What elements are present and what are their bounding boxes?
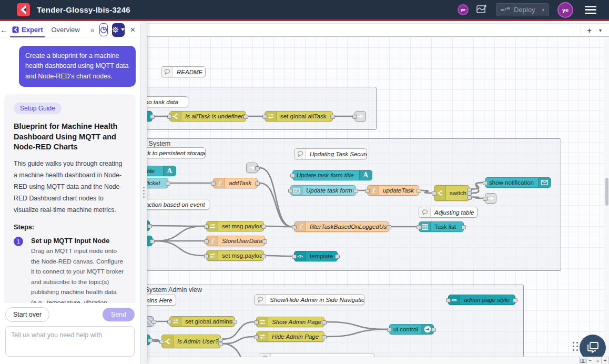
input-port[interactable] bbox=[290, 174, 295, 178]
output-port[interactable] bbox=[150, 239, 155, 244]
node-pageStyle[interactable]: </>admin page style bbox=[448, 295, 515, 305]
node-chooseAction[interactable]: Choose action based on event bbox=[147, 199, 209, 210]
node-linkOut2[interactable] bbox=[485, 193, 496, 204]
node-taskList[interactable]: Task list bbox=[419, 221, 464, 232]
input-port[interactable] bbox=[167, 320, 172, 324]
input-port[interactable] bbox=[446, 298, 451, 302]
node-redirect[interactable]: Redirect is non-admin trying direct acce… bbox=[259, 353, 374, 357]
output-port[interactable] bbox=[255, 181, 260, 186]
input-port[interactable] bbox=[254, 335, 259, 339]
ai-assistant-icon[interactable] bbox=[476, 3, 488, 17]
node-setPayloadA[interactable]: set msg.payload bbox=[206, 221, 264, 231]
node-showNotif[interactable]: show notification bbox=[485, 177, 551, 188]
assistant-conversation[interactable]: Create a blueprint for a machine health … bbox=[0, 37, 140, 303]
node-linkIn1[interactable] bbox=[246, 163, 258, 173]
node-setAllTask[interactable]: set global.allTask bbox=[265, 111, 333, 122]
output-port[interactable] bbox=[322, 320, 327, 325]
tab-expert[interactable]: Expert bbox=[8, 23, 47, 37]
node-showHide[interactable]: Show/Hide Admin in Side Navigation bbox=[254, 294, 364, 305]
node-isAdmin[interactable]: Is Admin User? bbox=[161, 335, 221, 348]
zoom-reset-button[interactable]: ○ bbox=[594, 357, 602, 364]
output-port[interactable] bbox=[335, 255, 340, 259]
main-menu-icon[interactable] bbox=[585, 6, 596, 14]
user-avatar[interactable]: ye bbox=[557, 2, 573, 18]
output-port[interactable] bbox=[461, 225, 466, 229]
node-template1[interactable]: </>template bbox=[294, 251, 338, 261]
team-avatar[interactable]: ye bbox=[458, 4, 469, 15]
output-port[interactable] bbox=[148, 338, 153, 342]
output-port[interactable] bbox=[150, 115, 155, 119]
output-port[interactable] bbox=[262, 239, 267, 244]
send-button[interactable]: Send bbox=[103, 308, 135, 321]
node-readme[interactable]: README bbox=[161, 66, 206, 77]
node-admins[interactable]: Add Your Admins Here bbox=[147, 295, 176, 306]
canvas-vertical-scrollbar[interactable] bbox=[604, 37, 609, 357]
input-port[interactable] bbox=[288, 189, 293, 193]
node-addTicket[interactable]: Add ticket bbox=[147, 178, 168, 188]
node-demoData[interactable]: Demo task data bbox=[147, 96, 188, 107]
node-updateTask[interactable]: fupdateTask bbox=[367, 185, 419, 196]
back-arrow-icon[interactable]: ← bbox=[0, 25, 8, 34]
settings-button[interactable] bbox=[112, 23, 125, 37]
output-port[interactable] bbox=[467, 191, 472, 196]
output-port[interactable] bbox=[431, 328, 436, 332]
output-port[interactable] bbox=[218, 338, 223, 342]
output-port[interactable] bbox=[243, 115, 248, 119]
deploy-caret-icon[interactable]: ▾ bbox=[542, 7, 544, 13]
node-showAdmin[interactable]: Show Admin Page bbox=[256, 317, 324, 327]
output-port[interactable] bbox=[261, 254, 266, 258]
output-port[interactable] bbox=[353, 189, 358, 193]
output-port[interactable] bbox=[513, 298, 517, 302]
node-setPayloadB[interactable]: set msg.payload bbox=[206, 250, 264, 261]
usage-pie-button[interactable] bbox=[99, 23, 108, 36]
output-port[interactable] bbox=[151, 320, 156, 324]
input-port[interactable] bbox=[432, 191, 437, 196]
node-sliver2[interactable] bbox=[147, 236, 153, 246]
input-port[interactable] bbox=[352, 115, 357, 119]
node-formTitle2[interactable]: Update task form titleA bbox=[292, 170, 372, 180]
zoom-out-button[interactable]: − bbox=[587, 357, 594, 364]
node-isAllTask[interactable]: Is allTask is undefined bbox=[169, 111, 246, 122]
input-port[interactable] bbox=[292, 255, 297, 259]
input-port[interactable] bbox=[167, 115, 172, 119]
flow-list-caret-icon[interactable]: ▾ bbox=[598, 27, 609, 33]
input-port[interactable] bbox=[292, 225, 297, 229]
close-icon[interactable]: × bbox=[125, 25, 140, 35]
node-hiddenNode[interactable] bbox=[147, 220, 150, 231]
output-port[interactable] bbox=[417, 189, 421, 193]
output-port[interactable] bbox=[166, 181, 170, 186]
input-port[interactable] bbox=[387, 328, 392, 332]
output-port[interactable] bbox=[218, 342, 223, 346]
output-port[interactable] bbox=[387, 225, 391, 229]
input-port[interactable] bbox=[204, 225, 209, 229]
g-demo-task[interactable] bbox=[147, 87, 377, 130]
output-port[interactable] bbox=[261, 225, 266, 229]
zoom-in-button[interactable]: + bbox=[602, 357, 609, 364]
add-flow-button[interactable]: + bbox=[580, 26, 598, 35]
start-over-button[interactable]: Start over bbox=[5, 307, 49, 322]
input-port[interactable] bbox=[204, 254, 209, 258]
sidebar-resize-handle[interactable] bbox=[140, 23, 147, 364]
input-port[interactable] bbox=[417, 225, 421, 229]
node-updForm[interactable]: Update task form bbox=[290, 185, 356, 196]
node-hideAdmin[interactable]: Hide Admin Page bbox=[256, 331, 324, 342]
flow-workspace[interactable]: Task Management SystemTask Management Sy… bbox=[147, 37, 609, 357]
deploy-button[interactable]: Deploy ▾ bbox=[496, 3, 549, 16]
node-switch2[interactable]: switch bbox=[434, 185, 470, 201]
input-port[interactable] bbox=[483, 181, 488, 185]
tab-overview[interactable]: Overview bbox=[47, 23, 84, 37]
node-hatched[interactable] bbox=[147, 316, 154, 327]
node-uiControl[interactable]: ui control bbox=[389, 324, 434, 335]
node-adjTable[interactable]: Adjusting table bbox=[419, 207, 478, 218]
output-port[interactable] bbox=[467, 196, 472, 200]
node-saveTask[interactable]: Save task to persistent storage bbox=[147, 147, 206, 158]
output-port[interactable] bbox=[232, 320, 237, 324]
assistant-input[interactable] bbox=[5, 326, 135, 357]
input-port[interactable] bbox=[365, 189, 370, 193]
node-sliver1[interactable] bbox=[147, 111, 153, 122]
fab-drag-handle[interactable] bbox=[573, 342, 578, 351]
input-port[interactable] bbox=[211, 181, 216, 186]
more-tabs-icon[interactable]: » bbox=[87, 26, 98, 34]
assistant-chat-fab[interactable] bbox=[580, 335, 606, 357]
node-filterTask[interactable]: ffilterTaskBasedOnLoggedUser bbox=[294, 221, 389, 232]
